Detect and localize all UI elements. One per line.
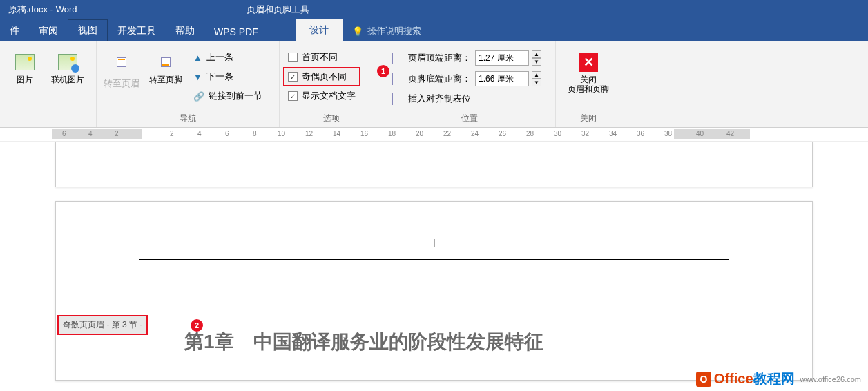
watermark-office26: O Office教程网 www.office26.com <box>696 370 861 388</box>
ribbon: 图片 联机图片 转至页眉 转至页脚 ▲ 上一条 <box>0 41 868 128</box>
show-document-text-checkbox[interactable]: 显示文档文字 <box>284 87 360 105</box>
down-arrow-icon: ▼ <box>193 72 202 82</box>
footer-distance-row: 页脚底端距离： ▲ ▼ <box>387 69 546 88</box>
different-odd-even-checkbox[interactable]: 奇偶页不同 <box>284 68 360 86</box>
contextual-tool-title: 页眉和页脚工具 <box>235 0 320 19</box>
office-logo-icon: O <box>696 372 711 387</box>
options-group-label: 选项 <box>284 110 378 127</box>
picture-icon <box>15 54 35 70</box>
header-distance-icon <box>392 53 404 63</box>
checkbox-unchecked-icon <box>288 53 298 62</box>
nav-group-label: 导航 <box>101 110 275 127</box>
online-picture-icon <box>58 54 77 70</box>
close-group-label: 关闭 <box>560 110 617 127</box>
previous-button[interactable]: ▲ 上一条 <box>189 48 267 66</box>
horizontal-ruler[interactable]: 6 4 2 2 4 6 8 10 12 14 16 18 20 22 24 26… <box>0 128 868 142</box>
align-tab-icon <box>392 94 404 104</box>
document-canvas: 6 4 2 2 4 6 8 10 12 14 16 18 20 22 24 26… <box>0 128 868 391</box>
close-header-footer-button[interactable]: ✕ 关闭页眉和页脚 <box>561 48 616 97</box>
up-arrow-icon: ▲ <box>193 53 202 63</box>
goto-header-button[interactable]: 转至页眉 <box>101 48 142 95</box>
callout-badge-1: 1 <box>377 65 389 77</box>
spinner-up[interactable]: ▲ <box>532 50 541 58</box>
spinner-down[interactable]: ▼ <box>532 79 541 86</box>
tab-file[interactable]: 件 <box>0 21 29 41</box>
current-page[interactable]: 奇数页页眉 - 第 3 节 - 2 第1章 中国翻译服务业的阶段性发展特征 <box>55 201 813 381</box>
window-title: 原稿.docx - Word <box>0 3 77 16</box>
footer-icon <box>161 57 171 67</box>
group-label <box>4 112 92 127</box>
title-bar: 原稿.docx - Word 页眉和页脚工具 <box>0 0 868 19</box>
footer-distance-icon <box>392 74 404 84</box>
tab-review[interactable]: 审阅 <box>29 21 68 41</box>
tab-view[interactable]: 视图 <box>68 19 108 41</box>
checkbox-checked-icon <box>288 91 298 101</box>
header-distance-input[interactable] <box>475 50 529 66</box>
spinner-up[interactable]: ▲ <box>532 71 541 79</box>
lightbulb-icon: 💡 <box>352 26 363 37</box>
tab-developer[interactable]: 开发工具 <box>108 21 166 41</box>
header-section-tag: 奇数页页眉 - 第 3 节 - <box>57 315 148 335</box>
close-icon: ✕ <box>579 53 598 72</box>
previous-page-bottom[interactable] <box>55 142 813 187</box>
header-icon <box>117 57 126 67</box>
footer-distance-input[interactable] <box>475 71 529 86</box>
ribbon-tabs: 件 审阅 视图 开发工具 帮助 WPS PDF 设计 💡 操作说明搜索 <box>0 19 868 41</box>
chapter-heading[interactable]: 第1章 中国翻译服务业的阶段性发展特征 <box>184 329 543 355</box>
next-button[interactable]: ▼ 下一条 <box>189 68 267 86</box>
tab-design[interactable]: 设计 <box>296 19 343 41</box>
goto-footer-button[interactable]: 转至页脚 <box>145 48 186 87</box>
position-group-label: 位置 <box>387 110 551 127</box>
spinner-down[interactable]: ▼ <box>532 58 541 66</box>
link-previous-button[interactable]: 🔗 链接到前一节 <box>189 87 267 105</box>
tab-wps-pdf[interactable]: WPS PDF <box>204 22 268 41</box>
different-first-page-checkbox[interactable]: 首页不同 <box>284 48 360 66</box>
link-icon: 🔗 <box>193 91 204 102</box>
tell-me-search[interactable]: 💡 操作说明搜索 <box>343 21 431 41</box>
header-area[interactable] <box>139 243 729 260</box>
insert-picture-button[interactable]: 图片 <box>8 48 41 87</box>
header-distance-row: 页眉顶端距离： ▲ ▼ <box>387 48 546 68</box>
checkbox-checked-icon <box>288 72 298 82</box>
tab-help[interactable]: 帮助 <box>166 21 204 41</box>
insert-alignment-tab-button[interactable]: 插入对齐制表位 <box>387 90 546 108</box>
insert-online-picture-button[interactable]: 联机图片 <box>47 48 88 87</box>
